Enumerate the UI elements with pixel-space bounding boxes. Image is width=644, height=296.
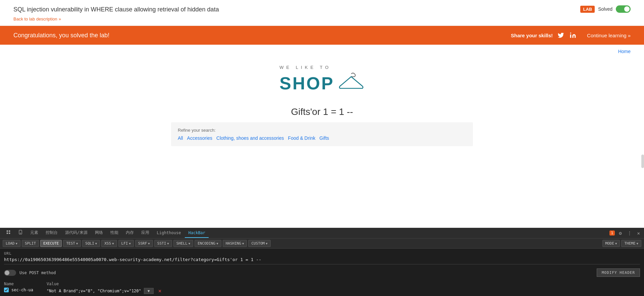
filter-food[interactable]: Food & Drink <box>288 135 316 141</box>
continue-learning-link[interactable]: Continue learning <box>587 33 631 38</box>
hanger-icon <box>338 70 365 96</box>
main-content: Home WE LIKE TO SHOP Gifts'or 1 = 1 -- R… <box>0 45 644 146</box>
shop-text: SHOP <box>279 73 334 93</box>
twitter-icon[interactable] <box>557 31 565 39</box>
share-section: Share your skills! <box>511 31 577 39</box>
filter-section: Refine your search: All Accessories Clot… <box>171 122 473 146</box>
site-nav: Home <box>0 45 644 58</box>
filter-links: All Accessories Clothing, shoes and acce… <box>178 135 466 141</box>
lab-status-area: LAB Solved <box>580 5 631 13</box>
search-heading: Gifts'or 1 = 1 -- <box>0 100 644 122</box>
share-label: Share your skills! <box>511 33 553 38</box>
lab-badge: LAB <box>580 6 595 13</box>
we-like-to-text: WE LIKE TO <box>279 65 331 70</box>
linkedin-icon[interactable] <box>569 31 577 39</box>
solved-label: Solved <box>598 6 612 12</box>
filter-gifts[interactable]: Gifts <box>319 135 329 141</box>
refine-label: Refine your search: <box>178 128 466 133</box>
filter-clothing[interactable]: Clothing, shoes and accessories <box>216 135 284 141</box>
svg-point-0 <box>570 33 571 34</box>
home-link[interactable]: Home <box>618 49 631 54</box>
filter-accessories[interactable]: Accessories <box>187 135 212 141</box>
filter-all[interactable]: All <box>178 135 183 141</box>
shop-logo: WE LIKE TO SHOP <box>279 65 364 96</box>
congrats-text: Congratulations, you solved the lab! <box>13 32 511 39</box>
lab-title: SQL injection vulnerability in WHERE cla… <box>13 5 248 14</box>
shop-main: SHOP <box>279 70 364 96</box>
solved-toggle[interactable] <box>616 5 631 13</box>
congratulations-banner: Congratulations, you solved the lab! Sha… <box>0 26 644 45</box>
back-to-lab-link[interactable]: Back to lab description <box>13 16 248 22</box>
lab-header: SQL injection vulnerability in WHERE cla… <box>0 0 644 26</box>
shop-logo-area: WE LIKE TO SHOP <box>0 58 644 100</box>
lab-title-area: SQL injection vulnerability in WHERE cla… <box>13 5 248 22</box>
